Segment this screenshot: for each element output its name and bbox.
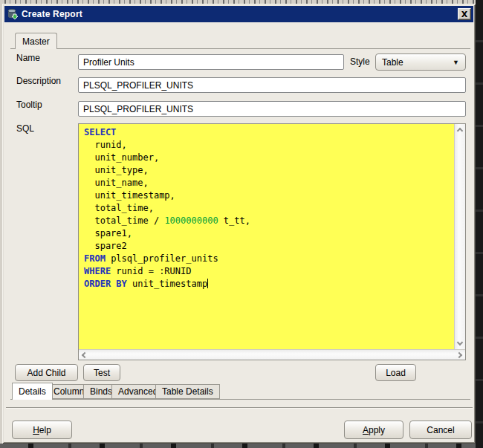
load-button[interactable]: Load — [375, 364, 416, 381]
description-input[interactable] — [78, 77, 466, 93]
style-label: Style — [350, 56, 370, 67]
footer-separator — [6, 407, 473, 409]
description-label: Description — [16, 76, 61, 86]
sql-horizontal-scrollbar[interactable] — [79, 349, 465, 360]
name-label: Name — [16, 53, 40, 63]
cancel-button[interactable]: Cancel — [409, 421, 472, 439]
bottom-tab-panel-border — [10, 399, 470, 400]
close-icon[interactable]: X — [458, 8, 471, 20]
report-icon — [7, 8, 19, 20]
sql-editor[interactable]: SELECT runid, unit_number, unit_type, un… — [79, 124, 454, 349]
help-button[interactable]: Help — [12, 421, 72, 439]
tab-master-label: Master — [22, 36, 50, 47]
test-button[interactable]: Test — [83, 364, 120, 381]
help-label: Help — [33, 425, 51, 435]
title-bar[interactable]: Create Report X — [4, 6, 473, 22]
scroll-down-icon[interactable] — [457, 340, 463, 345]
scroll-left-icon[interactable] — [82, 351, 88, 357]
apply-label: Apply — [363, 425, 385, 435]
scroll-up-icon[interactable] — [457, 128, 463, 134]
test-label: Test — [94, 368, 110, 378]
background-window-bottom — [0, 444, 476, 448]
add-child-button[interactable]: Add Child — [15, 364, 78, 381]
tab-details[interactable]: Details — [12, 383, 53, 400]
style-selected-value: Table — [382, 57, 403, 68]
tooltip-label: Tooltip — [16, 100, 42, 110]
window-title: Create Report — [22, 9, 82, 19]
background-window-right — [476, 0, 483, 448]
sql-editor-panel: SELECT runid, unit_number, unit_type, un… — [78, 123, 466, 360]
dropdown-arrow-icon: ▼ — [453, 59, 459, 66]
style-select[interactable]: Table ▼ — [375, 53, 466, 71]
cancel-label: Cancel — [427, 425, 454, 435]
load-label: Load — [386, 368, 406, 378]
tooltip-input[interactable] — [78, 101, 466, 117]
screen: Create Report X Master Name Style Table … — [0, 0, 483, 448]
tab-master[interactable]: Master — [15, 33, 57, 49]
name-input[interactable] — [78, 54, 344, 70]
tab-panel-border — [10, 48, 470, 49]
add-child-label: Add Child — [27, 368, 65, 378]
scroll-right-icon[interactable] — [456, 351, 462, 357]
sql-vertical-scrollbar[interactable] — [454, 124, 465, 349]
tab-table-details[interactable]: Table Details — [155, 384, 220, 399]
sql-label: SQL — [16, 123, 34, 134]
apply-button[interactable]: Apply — [344, 421, 403, 439]
